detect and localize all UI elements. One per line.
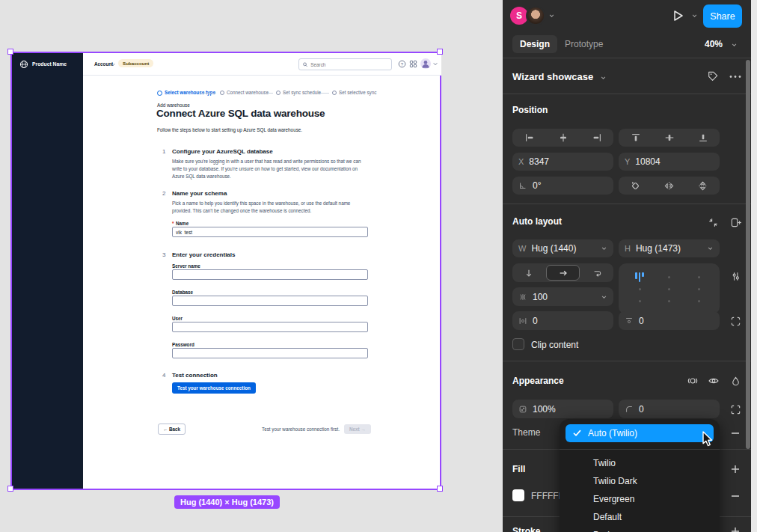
password-input[interactable] [172,348,368,358]
component-states-icon[interactable] [686,374,699,388]
layout-vertical-button[interactable] [512,263,545,282]
selection-handle-top-right[interactable] [437,49,443,55]
x-position-field[interactable]: X8347 [512,153,613,171]
h-label: H [625,244,631,253]
search-box[interactable] [298,58,392,70]
step-number: 3 [162,251,165,258]
align-top-button[interactable] [619,129,652,147]
independent-padding-icon[interactable] [729,314,742,328]
blend-droplet-icon[interactable] [729,374,742,388]
y-label: Y [625,157,630,166]
credential-label: Server name [172,263,200,269]
align-bottom-button[interactable] [686,129,720,147]
selection-handle-bottom-left[interactable] [7,486,13,492]
size-badge: Hug (1440) × Hug (1473) [174,495,280,509]
gap-icon [518,293,527,302]
selection-handle-top-left[interactable] [7,49,13,55]
step-heading: Configure your AzureSQL database [172,148,273,155]
fill-remove-icon[interactable] [729,489,742,503]
checkmark-icon [573,429,581,437]
panel-scrollbar[interactable] [746,60,750,449]
theme-option[interactable]: Evergreen [593,494,634,504]
stepper-label[interactable]: Set sync schedule [283,90,321,95]
align-v-center-button[interactable] [652,129,686,147]
subaccount-badge[interactable]: Subaccount [118,59,153,67]
auto-layout-section-title: Auto layout [512,216,562,227]
vertical-padding-field[interactable]: 0 [619,311,720,330]
database-input[interactable] [172,296,368,306]
rotate-button[interactable] [619,177,652,195]
step-body: Pick a name to help you identify this sp… [172,200,369,215]
h-value: Hug (1473) [636,243,681,254]
horizontal-padding-value: 0 [533,316,538,326]
layout-horizontal-button[interactable] [546,265,580,281]
alignment-grid[interactable] [619,263,720,314]
more-options-icon[interactable] [729,75,741,79]
stepper-label[interactable]: Set selective sync [339,90,376,95]
stepper-connector [263,93,273,94]
horizontal-padding-field[interactable]: 0 [512,311,613,330]
back-button[interactable]: ← Back [158,424,186,435]
step-number: 4 [162,372,165,379]
expand-icon[interactable] [729,403,742,416]
flip-horizontal-button[interactable] [652,177,686,195]
share-button[interactable]: Share [703,4,742,28]
visibility-eye-icon[interactable] [707,374,720,388]
theme-option-selected[interactable]: Auto (Twilio) [566,424,714,442]
fill-add-icon[interactable] [729,462,742,476]
align-left-button[interactable] [512,129,546,147]
width-field[interactable]: WHug (1440) [512,239,613,257]
step-number: 2 [162,190,165,197]
y-position-field[interactable]: Y10804 [619,153,720,171]
gap-field[interactable]: 100 [512,287,613,306]
search-input[interactable] [310,59,387,70]
collaborator-avatar-photo[interactable] [526,6,545,25]
selection-handle-bottom-right[interactable] [437,486,443,492]
height-field[interactable]: HHug (1473) [619,239,720,257]
user-avatar[interactable] [420,58,431,69]
auto-layout-settings-icon[interactable] [729,215,742,229]
layout-wrap-button[interactable] [581,263,613,282]
tab-prototype[interactable]: Prototype [565,39,603,49]
test-connection-button[interactable]: Test your warehouse connection [172,382,256,394]
styles-tag-icon[interactable] [707,70,719,82]
zoom-level[interactable]: 40% [705,39,723,49]
corner-radius-field[interactable]: 0 [619,400,720,418]
next-button[interactable]: Next → [344,424,371,434]
theme-option[interactable]: Default [593,512,622,522]
stroke-add-icon[interactable] [729,525,742,532]
server-name-input[interactable] [172,269,368,280]
stepper-connector [200,93,216,94]
flip-vertical-button[interactable] [686,177,720,195]
present-play-icon[interactable] [670,8,685,23]
x-label: X [518,157,524,166]
name-input[interactable] [172,227,368,237]
theme-option[interactable]: Twilio [593,458,616,468]
align-top-left-indicator [635,272,644,283]
design-frame[interactable]: Product Name Account Subaccount ? Select… [10,52,441,490]
wizard-eyebrow: Add warehouse [157,103,190,108]
align-h-center-button[interactable] [546,129,580,147]
user-input[interactable] [172,322,368,332]
align-right-button[interactable] [580,129,613,147]
step-indicator-2 [220,91,224,95]
fill-section-title: Fill [512,464,525,474]
spacing-settings-icon[interactable] [729,269,742,283]
rotation-field[interactable]: 0° [512,177,613,195]
theme-option[interactable]: Twilio Dark [593,476,637,486]
tab-design[interactable]: Design [512,35,557,53]
apps-grid-icon[interactable] [409,60,417,68]
help-icon[interactable]: ? [398,60,406,68]
avatar-chevron-icon[interactable] [433,62,438,66]
remove-auto-layout-icon[interactable] [706,215,720,229]
present-chevron-icon[interactable] [691,13,698,19]
page-title[interactable]: Wizard showcase [512,71,593,82]
page-title-chevron-icon[interactable] [600,75,607,81]
theme-remove-icon[interactable] [729,426,742,440]
collaborators-chevron-icon[interactable] [548,13,555,19]
clip-content-checkbox[interactable] [512,338,524,350]
zoom-chevron-icon[interactable] [731,42,738,48]
fill-color-swatch[interactable] [512,489,524,501]
opacity-field[interactable]: 100% [512,400,613,418]
theme-option-label: Auto (Twilio) [588,428,637,438]
